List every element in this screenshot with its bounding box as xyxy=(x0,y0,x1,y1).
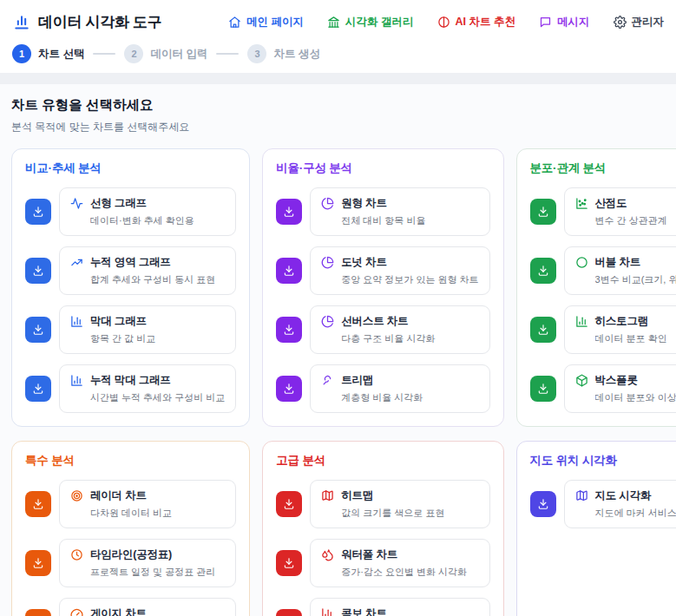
chart-item-row: 게이지 차트KPI, 목표 달성률 xyxy=(25,598,236,616)
chart-type-card[interactable]: 버블 차트3변수 비교(크기, 위치, 색상) xyxy=(564,246,676,295)
histogram-icon xyxy=(575,315,588,328)
download-icon xyxy=(283,557,295,569)
download-icon xyxy=(32,206,44,218)
download-button[interactable] xyxy=(276,491,302,517)
download-button[interactable] xyxy=(276,376,302,402)
download-icon xyxy=(283,324,295,336)
chart-type-description: 전체 대비 항목 비율 xyxy=(341,214,478,227)
category-title: 고급 분석 xyxy=(276,453,489,469)
step-label: 차트 생성 xyxy=(273,47,319,62)
chart-item-list: 레이더 차트다차원 데이터 비교타임라인(공정표)프로젝트 일정 및 공정표 관… xyxy=(25,480,236,616)
chart-type-card[interactable]: 박스플롯데이터 분포와 이상치 확인 xyxy=(564,364,676,413)
chart-type-title: 도넛 차트 xyxy=(341,255,386,270)
chart-type-card[interactable]: 누적 영역 그래프합계 추세와 구성비 동시 표현 xyxy=(59,246,236,295)
chart-item-row: 누적 영역 그래프합계 추세와 구성비 동시 표현 xyxy=(25,246,236,295)
download-icon xyxy=(537,265,549,277)
step-connector xyxy=(216,53,239,55)
category-card-special: 특수 분석레이더 차트다차원 데이터 비교타임라인(공정표)프로젝트 일정 및 … xyxy=(11,441,250,616)
download-button[interactable] xyxy=(25,258,51,284)
download-icon xyxy=(537,498,549,510)
nav-item-0[interactable]: 메인 페이지 xyxy=(228,15,304,29)
clock-icon xyxy=(70,548,83,561)
chart-item-row: 워터폴 차트증가·감소 요인별 변화 시각화 xyxy=(276,539,489,587)
chart-type-card[interactable]: 트리맵계층형 비율 시각화 xyxy=(310,364,489,413)
download-button[interactable] xyxy=(25,491,51,517)
download-button[interactable] xyxy=(25,317,51,343)
chart-type-title: 막대 그래프 xyxy=(90,314,147,329)
combo-chart-icon xyxy=(321,607,334,616)
download-button[interactable] xyxy=(25,609,51,616)
radar-chart-icon xyxy=(70,489,83,502)
home-icon xyxy=(228,16,241,29)
chart-type-card[interactable]: 지도 시각화지도에 마커 서비스 제공 xyxy=(564,480,676,528)
nav-item-4[interactable]: 관리자 xyxy=(614,15,665,29)
nav-item-3[interactable]: 메시지 xyxy=(539,15,590,29)
chart-type-card[interactable]: 게이지 차트KPI, 목표 달성률 xyxy=(59,598,236,616)
chart-item-row: 콤보 차트서로 다른 유형 데이터 동시 비교 xyxy=(276,598,489,616)
chart-type-title: 산점도 xyxy=(595,196,627,211)
download-button[interactable] xyxy=(276,550,302,576)
nav-item-2[interactable]: AI 차트 추천 xyxy=(437,15,515,29)
nav-item-label: 시각화 갤러리 xyxy=(345,15,413,29)
step-connector xyxy=(93,53,115,55)
category-card-ratio-composition: 비율·구성 분석원형 차트전체 대비 항목 비율도넛 차트중앙 요약 정보가 있… xyxy=(262,148,503,427)
download-button[interactable] xyxy=(530,317,556,343)
download-button[interactable] xyxy=(25,199,51,225)
step-1[interactable]: 1차트 선택 xyxy=(12,44,84,63)
download-button[interactable] xyxy=(25,376,51,402)
chart-type-card[interactable]: 산점도변수 간 상관관계 xyxy=(564,187,676,236)
nav-item-1[interactable]: 시각화 갤러리 xyxy=(327,15,413,29)
download-button[interactable] xyxy=(276,199,302,225)
step-2[interactable]: 2데이터 입력 xyxy=(124,44,207,63)
chart-type-description: 변수 간 상관관계 xyxy=(595,214,676,227)
chart-item-row: 버블 차트3변수 비교(크기, 위치, 색상) xyxy=(530,246,676,295)
chart-item-row: 타임라인(공정표)프로젝트 일정 및 공정표 관리 xyxy=(25,539,236,587)
download-button[interactable] xyxy=(530,199,556,225)
download-button[interactable] xyxy=(276,609,302,616)
chart-item-list: 원형 차트전체 대비 항목 비율도넛 차트중앙 요약 정보가 있는 원형 차트선… xyxy=(276,187,489,413)
step-3[interactable]: 3차트 생성 xyxy=(247,44,319,63)
chart-type-description: 시간별 누적 추세와 구성비 비교 xyxy=(90,391,225,404)
header: 데이터 시각화 도구 메인 페이지시각화 갤러리AI 차트 추천메시지관리자 1… xyxy=(0,0,676,73)
chart-item-row: 선버스트 차트다층 구조 비율 시각화 xyxy=(276,305,489,354)
chart-type-card[interactable]: 워터폴 차트증가·감소 요인별 변화 시각화 xyxy=(310,539,489,587)
chart-type-card[interactable]: 선버스트 차트다층 구조 비율 시각화 xyxy=(310,305,489,354)
message-icon xyxy=(539,16,552,29)
chart-type-card[interactable]: 원형 차트전체 대비 항목 비율 xyxy=(310,187,489,236)
download-button[interactable] xyxy=(530,491,556,517)
chart-type-card[interactable]: 도넛 차트중앙 요약 정보가 있는 원형 차트 xyxy=(310,246,489,295)
chart-type-card[interactable]: 콤보 차트서로 다른 유형 데이터 동시 비교 xyxy=(310,598,489,616)
download-icon xyxy=(537,383,549,395)
download-button[interactable] xyxy=(25,550,51,576)
chart-type-card[interactable]: 누적 막대 그래프시간별 누적 추세와 구성비 비교 xyxy=(59,364,236,413)
chart-type-description: 계층형 비율 시각화 xyxy=(341,391,478,404)
chart-type-card[interactable]: 레이더 차트다차원 데이터 비교 xyxy=(59,480,236,528)
download-icon xyxy=(32,498,44,510)
page-subtitle: 분석 목적에 맞는 차트를 선택해주세요 xyxy=(11,120,665,134)
chart-type-card[interactable]: 히트맵값의 크기를 색으로 표현 xyxy=(310,480,489,528)
chart-type-card[interactable]: 타임라인(공정표)프로젝트 일정 및 공정표 관리 xyxy=(59,539,236,587)
category-card-compare-trend: 비교·추세 분석선형 그래프데이터·변화 추세 확인용누적 영역 그래프합계 추… xyxy=(11,148,250,427)
category-title: 지도 위치 시각화 xyxy=(530,453,676,469)
category-title: 비율·구성 분석 xyxy=(276,161,489,176)
download-button[interactable] xyxy=(530,258,556,284)
page-title: 차트 유형을 선택하세요 xyxy=(11,96,665,115)
chart-type-card[interactable]: 선형 그래프데이터·변화 추세 확인용 xyxy=(59,187,236,236)
download-button[interactable] xyxy=(276,317,302,343)
gear-icon xyxy=(614,16,627,29)
category-title: 분포·관계 분석 xyxy=(530,161,676,176)
category-title: 비교·추세 분석 xyxy=(25,161,236,176)
step-number-badge: 3 xyxy=(247,44,266,63)
waterfall-icon xyxy=(321,548,334,561)
chart-type-title: 게이지 차트 xyxy=(90,606,147,616)
chart-type-card[interactable]: 막대 그래프항목 간 값 비교 xyxy=(59,305,236,354)
chart-item-row: 막대 그래프항목 간 값 비교 xyxy=(25,305,236,354)
chart-type-card[interactable]: 히스토그램데이터 분포 확인 xyxy=(564,305,676,354)
download-button[interactable] xyxy=(276,258,302,284)
gallery-icon xyxy=(327,16,340,29)
download-button[interactable] xyxy=(530,376,556,402)
scatter-plot-icon xyxy=(575,197,588,210)
chart-item-row: 누적 막대 그래프시간별 누적 추세와 구성비 비교 xyxy=(25,364,236,413)
chart-type-title: 히스토그램 xyxy=(595,314,649,329)
step-number-badge: 1 xyxy=(12,44,31,63)
